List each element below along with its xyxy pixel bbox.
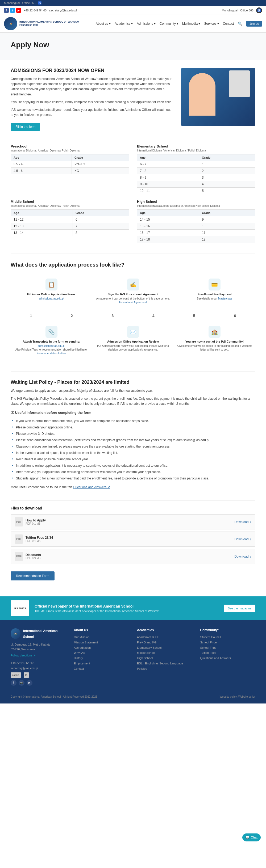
join-button[interactable]: Join us [246, 21, 262, 27]
nav-community[interactable]: Community ▾ [159, 22, 178, 26]
step-6-desc: A welcome email will be added to our mai… [176, 344, 253, 351]
preschool-subtitle: International Diploma / American Diploma… [11, 149, 129, 152]
high-title: High School [137, 199, 255, 204]
admissions-link[interactable]: admissions.ias.edu.pl [39, 297, 64, 300]
nav-about[interactable]: About us ▾ [96, 22, 111, 26]
file-name-1: How to Apply [26, 519, 46, 522]
list-item: In the event of a lack of space, it is p… [12, 450, 255, 456]
download-link-3[interactable]: Download ↓ [234, 555, 251, 558]
qa-link[interactable]: Questions and Answers ↗ [73, 485, 110, 489]
step-1-title: Fill in our Online Application Form: [13, 292, 90, 296]
footer-esl-link[interactable]: ESL - English as Second Language [137, 661, 192, 666]
footer-school-trips-link[interactable]: School Trips [200, 645, 256, 651]
step-num-1: 1 [11, 312, 51, 319]
agreement-link[interactable]: Educational Agreement [119, 301, 147, 304]
office-link[interactable]: Office 365 [240, 9, 254, 12]
nav-contact[interactable]: Contact [223, 22, 234, 26]
school-name: INTERNATIONAL AMERICAN SCHOOL OF WARSAW [20, 21, 79, 24]
middle-title: Middle School [11, 199, 129, 204]
footer-policies-link[interactable]: Policies [137, 666, 192, 672]
admissions-image [181, 68, 255, 126]
footer-yt-icon[interactable]: ▶ [27, 680, 32, 686]
footer-tuition-link[interactable]: Tuition Fees [200, 650, 256, 656]
admissions-email-link[interactable]: admissions@ias.edu.pl [38, 344, 65, 347]
footer-school-name: International American School [23, 628, 66, 640]
step-3: 💳 Enrollment Fee Payment See details in … [174, 275, 255, 308]
elem-grade-header: Grade [199, 154, 255, 161]
footer-employment-link[interactable]: Employment [74, 661, 129, 666]
accessibility-button[interactable]: ♿ [256, 7, 262, 13]
facebook-icon[interactable]: f [4, 8, 9, 13]
footer-history-link[interactable]: History [74, 656, 129, 661]
footer-ig-icon[interactable]: 📷 [19, 680, 25, 686]
pdf-icon-3: PDF [15, 552, 23, 561]
step-2-icon: ✍️ [127, 279, 139, 290]
fill-form-button[interactable]: Fill in the form [11, 123, 40, 131]
footer-accreditation-link[interactable]: Accreditation [74, 645, 129, 651]
footer-community-heading: Community: [200, 628, 256, 632]
step-num-2: 2 [51, 312, 92, 319]
footer-website-policy: Website policy: Website policy [220, 695, 255, 698]
middle-table: Middle School International Diploma / Am… [11, 199, 129, 243]
nav-multimedia[interactable]: Multimedia ▾ [182, 22, 200, 26]
search-icon[interactable]: 🔍 [238, 22, 242, 26]
recommendation-form-button[interactable]: Recommendation Form [11, 571, 55, 581]
list-item: Classroom places are limited, so please … [12, 443, 255, 450]
table-row: 4.5 - 6 KG [11, 168, 129, 174]
files-heading: Files to download [11, 506, 255, 510]
step-6: 🏫 You are now a part of the IAS Communit… [174, 322, 255, 359]
middle-age-header: Age [11, 210, 73, 216]
footer-high-link[interactable]: High School [137, 656, 192, 661]
qa-text: More useful content can be found in the … [11, 485, 255, 490]
cognia-logo: cognia [11, 672, 21, 678]
footer-student-council-link[interactable]: Student Council [200, 634, 256, 640]
footer-middle-link[interactable]: Middle School [137, 650, 192, 656]
table-row: 7 - 82 [137, 168, 255, 174]
numbers-row: 1 2 3 4 5 6 [11, 312, 255, 319]
list-item: If you wish to enroll more than one chil… [12, 418, 255, 424]
phone-number[interactable]: +48 22 649 54 40 [24, 9, 47, 12]
nav-admissions[interactable]: Admissions ▾ [137, 22, 156, 26]
step-4: 📎 Attach Transcripts in the form or send… [11, 322, 92, 359]
admissions-heading: ADMISSIONS FOR 2023/2024 NOW OPEN [11, 68, 173, 73]
list-item: Please provide 3 ID photos. [12, 431, 255, 437]
step-5: ✉️ Admission Office Application Review I… [92, 322, 174, 359]
footer-school-pride-link[interactable]: School Pride [200, 640, 256, 645]
file-info-3: Discounts PDF, 0.9 MB [26, 553, 41, 560]
footer-why-link[interactable]: Why IAS [74, 650, 129, 656]
fee-link[interactable]: Masterclass [218, 297, 232, 300]
recommendation-link[interactable]: Recommendation Letters [36, 352, 66, 355]
youtube-icon[interactable]: ▶ [16, 8, 21, 13]
top-bar-left: f t ▶ +48 22 649 54 40 secretary@ias.edu… [4, 8, 77, 13]
nav-academics[interactable]: Academics ▾ [115, 22, 133, 26]
top-bar-right: Monolingual Office 365 ♿ [222, 7, 262, 13]
footer-qa-link[interactable]: Questions and Answers [200, 656, 256, 661]
footer-academics-heading: Academics [137, 628, 192, 632]
footer-prekg-link[interactable]: PreKG and KG [137, 640, 192, 645]
footer-mission-link[interactable]: Our Mission [74, 634, 129, 640]
twitter-icon[interactable]: t [10, 8, 15, 13]
footer-fb-icon[interactable]: f [11, 680, 17, 686]
download-link-2[interactable]: Download ↓ [234, 537, 251, 541]
footer-academics-ilp-link[interactable]: Academics & ILP [137, 634, 192, 640]
step-5-desc: IAS Admissions will review your applicat… [95, 344, 171, 351]
language-option[interactable]: Monolingual [222, 9, 238, 12]
preschool-grade-header: Grade [72, 154, 129, 161]
nav-services[interactable]: Services ▾ [204, 22, 219, 26]
footer-contact-link[interactable]: Contact [74, 666, 129, 672]
footer-col-community: Community: Student Council School Pride … [200, 628, 256, 686]
footer-email[interactable]: secretary@ias.edu.pl [11, 666, 66, 671]
download-link-1[interactable]: Download ↓ [234, 520, 251, 524]
step-3-title: Enrollment Fee Payment [176, 292, 253, 296]
table-row: 3.5 - 4.5 Pre-KG [11, 161, 129, 168]
see-magazine-button[interactable]: See the magazine [224, 604, 255, 612]
file-size-2: PDF, 0.4 MB [26, 539, 53, 542]
step-1-desc: admissions.ias.edu.pl [13, 297, 90, 301]
footer-elementary-link[interactable]: Elementary School [137, 645, 192, 651]
footer-directions-link[interactable]: Follow directions ↗ [11, 653, 66, 658]
email-address[interactable]: secretary@ias.edu.pl [49, 9, 77, 12]
footer-social: f 📷 ▶ [11, 680, 66, 686]
footer-mission-stmt-link[interactable]: Mission Statement [74, 640, 129, 645]
file-name-3: Discounts [26, 553, 41, 557]
preschool-age-1: 3.5 - 4.5 [11, 161, 72, 168]
